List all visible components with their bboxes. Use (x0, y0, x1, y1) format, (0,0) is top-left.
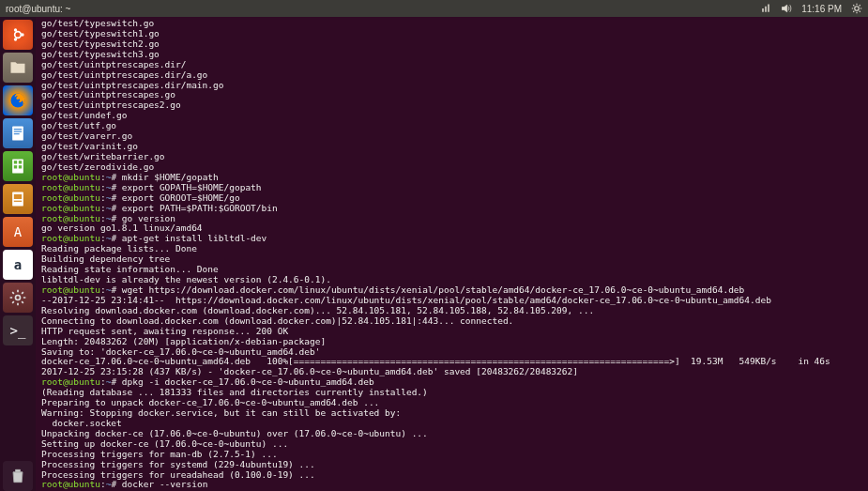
terminal-output-line: go/test/varerr.go (41, 131, 862, 142)
svg-rect-12 (19, 161, 22, 163)
gear-icon[interactable] (851, 3, 862, 14)
svg-rect-7 (14, 129, 22, 130)
svg-point-1 (15, 32, 22, 38)
launcher-writer[interactable] (3, 118, 33, 148)
svg-point-2 (21, 33, 23, 36)
svg-rect-9 (14, 133, 20, 134)
terminal-output-line: go/test/typeswitch2.go (41, 39, 862, 50)
svg-rect-14 (19, 165, 22, 168)
terminal-output-line: go/test/typeswitch.go (41, 19, 862, 29)
svg-rect-8 (14, 131, 22, 132)
svg-rect-17 (14, 201, 22, 202)
launcher-trash[interactable] (3, 461, 33, 491)
window-title: root@ubuntu: ~ (6, 4, 70, 14)
terminal-output-line: go/test/utf.go (41, 121, 862, 131)
svg-rect-16 (14, 194, 22, 199)
launcher-calc[interactable] (3, 151, 33, 181)
terminal-output-line: go/test/uintptrescapes.dir/a.go (41, 70, 862, 81)
menubar-indicators: 11:16 PM (760, 3, 862, 14)
launcher-impress[interactable] (3, 184, 33, 214)
terminal-output-line: Length: 20483262 (20M) [application/x-de… (41, 337, 862, 347)
terminal-output-line: go/test/writebarrier.go (41, 152, 862, 162)
launcher-ubuntu-dash[interactable] (3, 20, 33, 50)
launcher-files[interactable] (3, 53, 33, 83)
svg-point-4 (14, 38, 17, 40)
unity-launcher: A a >_ (0, 17, 36, 491)
terminal-output[interactable]: go/test/typeswitch.gogo/test/typeswitch1… (36, 17, 868, 491)
svg-point-3 (14, 28, 17, 31)
launcher-terminal[interactable]: >_ (3, 315, 33, 345)
terminal-output-line: go/test/uintptrescapes2.go (41, 100, 862, 111)
svg-point-0 (855, 7, 860, 11)
terminal-output-line: Processing triggers for systemd (229-4ub… (41, 460, 862, 470)
terminal-output-line: HTTP request sent, awaiting response... … (41, 327, 862, 337)
terminal-output-line: Processing triggers for man-db (2.7.5-1)… (41, 450, 862, 460)
svg-point-18 (16, 296, 21, 300)
terminal-output-line: Warning: Stopping docker.service, but it… (41, 408, 862, 419)
launcher-amazon[interactable]: a (3, 250, 33, 280)
launcher-settings[interactable] (3, 283, 33, 313)
sound-icon[interactable] (781, 3, 792, 14)
launcher-firefox[interactable] (3, 85, 33, 115)
svg-rect-11 (14, 161, 17, 163)
terminal-output-line: go/test/uintptrescapes.dir/ (41, 60, 862, 70)
network-icon[interactable] (760, 3, 771, 14)
terminal-output-line: go/test/typeswitch1.go (41, 29, 862, 39)
terminal-output-line: go/test/undef.go (41, 111, 862, 121)
terminal-window[interactable]: go/test/typeswitch.gogo/test/typeswitch1… (36, 17, 868, 491)
clock[interactable]: 11:16 PM (801, 4, 842, 14)
launcher-software[interactable]: A (3, 217, 33, 247)
menubar: root@ubuntu: ~ 11:16 PM (0, 0, 868, 17)
svg-rect-13 (14, 165, 17, 168)
